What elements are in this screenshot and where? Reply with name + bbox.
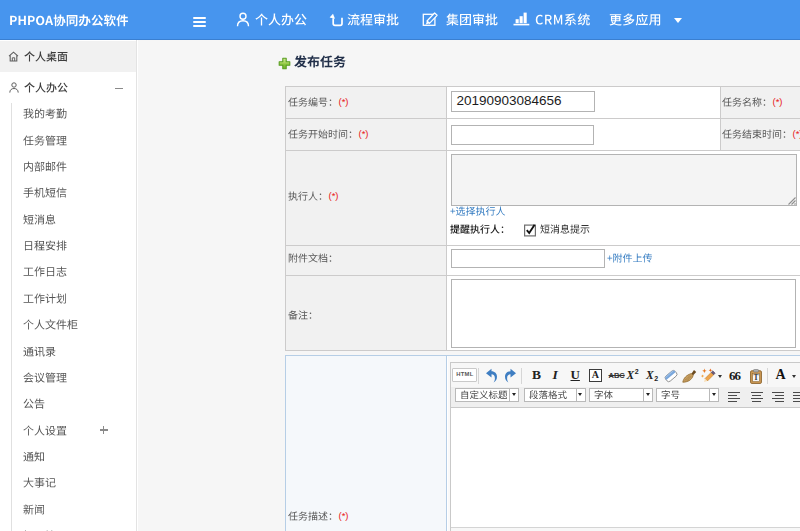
svg-text:T: T [753, 373, 758, 382]
